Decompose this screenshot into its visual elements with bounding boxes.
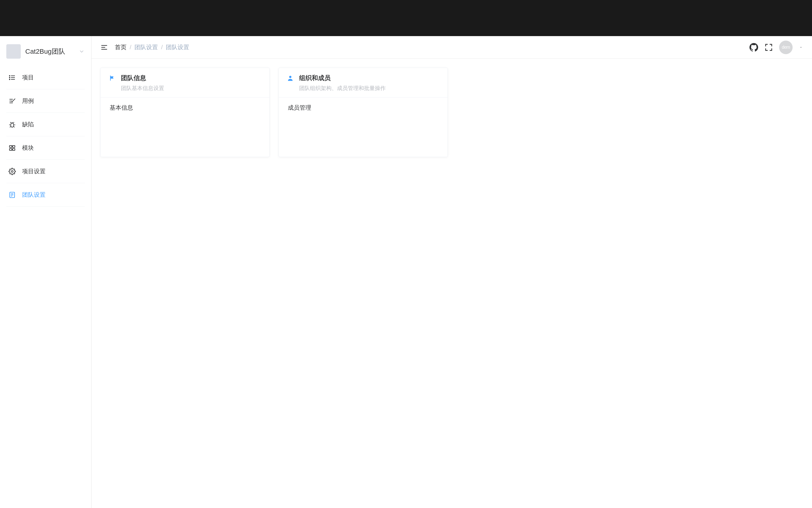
gear-icon <box>9 168 16 175</box>
breadcrumb-separator: / <box>161 44 163 51</box>
checklist-icon <box>9 97 16 105</box>
svg-rect-12 <box>12 145 15 147</box>
sidebar-item-bug[interactable]: 缺陷 <box>6 113 85 136</box>
team-icon <box>9 191 16 199</box>
team-avatar <box>6 44 21 59</box>
svg-rect-13 <box>9 149 12 150</box>
chevron-down-icon <box>79 48 85 54</box>
sidebar-item-module[interactable]: 模块 <box>6 136 85 160</box>
svg-point-15 <box>11 171 13 172</box>
top-banner <box>0 0 812 36</box>
team-selector[interactable]: Cat2Bug团队 <box>0 42 91 61</box>
sidebar-item-project[interactable]: 项目 <box>6 66 85 89</box>
card-title: 组织和成员 <box>299 74 386 82</box>
svg-point-10 <box>11 123 13 127</box>
sidebar-item-label: 项目 <box>22 74 34 81</box>
card-title: 团队信息 <box>121 74 164 82</box>
svg-point-4 <box>9 77 10 78</box>
hamburger-icon[interactable] <box>100 44 108 51</box>
svg-point-23 <box>289 76 291 78</box>
sidebar: Cat2Bug团队 项目 用例 缺陷 <box>0 36 91 508</box>
fullscreen-icon[interactable] <box>765 43 773 51</box>
module-icon <box>9 144 16 152</box>
card-subtitle: 团队组织架构、成员管理和批量操作 <box>299 85 386 92</box>
card-org-members: 组织和成员 团队组织架构、成员管理和批量操作 成员管理 <box>279 68 448 157</box>
card-team-info: 团队信息 团队基本信息设置 基本信息 <box>100 68 269 157</box>
flag-icon <box>109 75 116 81</box>
breadcrumb-separator: / <box>130 44 131 51</box>
caret-down-icon[interactable] <box>799 45 803 49</box>
sidebar-item-label: 缺陷 <box>22 121 34 128</box>
svg-point-3 <box>9 75 10 76</box>
card-link-member-manage[interactable]: 成员管理 <box>288 104 311 111</box>
header: 首页 / 团队设置 / 团队设置 dem <box>91 36 812 59</box>
sidebar-item-label: 团队设置 <box>22 191 46 199</box>
breadcrumb-item-team-settings: 团队设置 <box>134 43 158 51</box>
card-link-basic-info[interactable]: 基本信息 <box>110 104 133 111</box>
breadcrumb: 首页 / 团队设置 / 团队设置 <box>115 43 189 51</box>
sidebar-item-label: 项目设置 <box>22 167 46 175</box>
card-subtitle: 团队基本信息设置 <box>121 85 164 92</box>
svg-point-5 <box>9 79 10 80</box>
svg-rect-11 <box>9 145 12 147</box>
team-name: Cat2Bug团队 <box>25 47 79 56</box>
bug-icon <box>9 121 16 128</box>
list-icon <box>9 74 16 81</box>
breadcrumb-item-current: 团队设置 <box>166 43 189 51</box>
sidebar-item-project-settings[interactable]: 项目设置 <box>6 160 85 183</box>
github-icon[interactable] <box>749 43 758 52</box>
user-avatar[interactable]: dem <box>779 41 793 54</box>
sidebar-item-label: 用例 <box>22 97 34 105</box>
person-icon <box>287 75 294 81</box>
svg-rect-14 <box>12 149 15 150</box>
sidebar-item-case[interactable]: 用例 <box>6 89 85 113</box>
user-avatar-text: dem <box>782 45 790 50</box>
sidebar-item-team-settings[interactable]: 团队设置 <box>6 183 85 207</box>
breadcrumb-item-home[interactable]: 首页 <box>115 43 127 51</box>
sidebar-item-label: 模块 <box>22 144 34 152</box>
